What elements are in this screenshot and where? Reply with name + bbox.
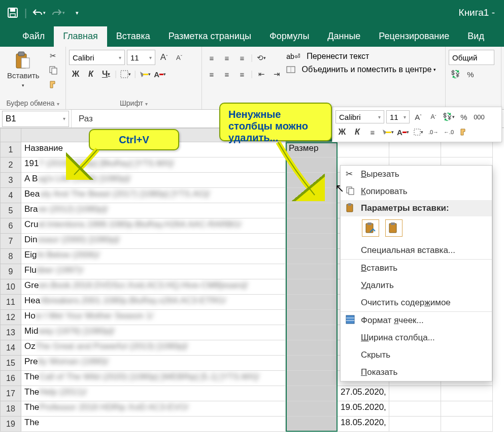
cell[interactable]: The (21, 417, 286, 432)
ctx-copy[interactable]: Копировать (341, 183, 492, 200)
cell[interactable] (286, 371, 338, 386)
row-header-17[interactable]: 17 (0, 386, 21, 401)
increase-indent-icon[interactable]: ⇥ (270, 68, 283, 80)
ctx-format-cells[interactable]: Формат ячеек... (341, 312, 492, 329)
tab-formulas[interactable]: Формулы (260, 26, 318, 47)
row-header-7[interactable]: 7 (0, 234, 21, 249)
ctx-clear[interactable]: Очистить содержимое (341, 294, 492, 311)
cell[interactable]: Beauty And The Beast (2017) [1080p] [YTS… (21, 188, 286, 203)
fill-color-icon[interactable]: ▾ (138, 68, 151, 80)
mini-decrease-font-icon[interactable]: Aˇ (427, 111, 440, 123)
cell[interactable]: Brave (2012) [1080p]/ (21, 203, 286, 218)
row-header-2[interactable]: 2 (0, 157, 21, 173)
underline-button[interactable]: Ч▾ (99, 68, 113, 80)
tab-file[interactable]: Файл (13, 26, 54, 47)
select-all-corner[interactable] (0, 128, 21, 142)
ctx-insert[interactable]: Вставить (341, 260, 492, 277)
cell[interactable] (286, 203, 338, 218)
cell[interactable] (286, 386, 338, 401)
percent-icon[interactable]: % (464, 68, 477, 80)
cell[interactable] (286, 295, 338, 310)
cell[interactable] (286, 188, 338, 203)
row-header-3[interactable]: 3 (0, 173, 21, 188)
cell[interactable]: Midway (1976) [1080p]/ (21, 325, 286, 340)
tab-review[interactable]: Рецензирование (369, 26, 458, 47)
row-header-14[interactable]: 14 (0, 340, 21, 356)
align-center-icon[interactable]: ≡ (220, 68, 233, 80)
mini-format-painter-icon[interactable] (457, 126, 471, 138)
cell[interactable]: Oz The Great and Powerful (2013) [1080p]… (21, 340, 286, 356)
format-painter-icon[interactable] (47, 78, 60, 90)
mini-bold[interactable]: Ж (335, 126, 349, 138)
cell[interactable] (286, 325, 338, 340)
tab-view[interactable]: Вид (458, 26, 493, 47)
align-left-icon[interactable]: ≡ (205, 68, 218, 80)
cell[interactable]: 18.05.2020, 19:24:12 (338, 417, 389, 432)
tab-page-layout[interactable]: Разметка страницы (159, 26, 260, 47)
ctx-show[interactable]: Показать (341, 364, 492, 381)
tab-insert[interactable]: Вставка (107, 26, 159, 47)
cell[interactable] (286, 249, 338, 264)
cell[interactable] (441, 386, 493, 401)
cell[interactable]: Flubber (1997)/ (21, 264, 286, 279)
cell[interactable]: Dinosaur (2000) [1080p]/ (21, 234, 286, 249)
borders-icon[interactable]: ▾ (119, 68, 132, 80)
decrease-font-icon[interactable]: Aˇ (173, 51, 186, 63)
cell[interactable]: Cruel.Intentions.1999.1080p.BluRay.H264.… (21, 218, 286, 234)
cell[interactable] (389, 142, 441, 157)
mini-inc-decimal-icon[interactable]: .0→ (427, 126, 440, 138)
paste-option-default[interactable] (362, 219, 379, 237)
decrease-indent-icon[interactable]: ⇤ (255, 68, 268, 80)
cell[interactable] (338, 142, 389, 157)
cut-icon[interactable]: ✂ (47, 50, 60, 62)
font-size-select[interactable]: 11▾ (127, 50, 155, 65)
mini-font-name[interactable]: Calibri▾ (335, 110, 384, 123)
mini-italic[interactable]: К (351, 126, 364, 138)
undo-icon[interactable]: ▾ (30, 4, 47, 21)
name-box[interactable]: B1▾ (2, 111, 69, 127)
row-header-16[interactable]: 16 (0, 371, 21, 386)
row-header-9[interactable]: 9 (0, 264, 21, 279)
cell[interactable]: The Help (2011)/ (21, 386, 286, 401)
cell[interactable] (286, 356, 338, 371)
font-color-icon[interactable]: A▾ (153, 68, 166, 80)
cell[interactable]: A Bug's Life (1998) [1080p]/ (21, 173, 286, 188)
cell[interactable]: Heartbreakers.2001.1080p.BluRay.x264.AC3… (21, 295, 286, 310)
increase-font-icon[interactable]: Aˆ (157, 51, 171, 63)
orientation-icon[interactable]: ⟲▾ (255, 52, 268, 64)
cell[interactable] (441, 142, 493, 157)
cell[interactable] (286, 340, 338, 356)
cell[interactable] (441, 401, 493, 417)
mini-borders-icon[interactable]: ▾ (412, 126, 425, 138)
row-header-15[interactable]: 15 (0, 356, 21, 371)
row-header-12[interactable]: 12 (0, 310, 21, 325)
bold-button[interactable]: Ж (69, 68, 82, 80)
copy-icon[interactable] (47, 64, 60, 76)
cell[interactable]: Pretty Woman (1990)/ (21, 356, 286, 371)
paste-button[interactable]: Вставить▾ (3, 49, 44, 90)
cell[interactable] (389, 417, 441, 432)
cell[interactable] (286, 279, 338, 295)
tab-home[interactable]: Главная (54, 26, 107, 47)
cell[interactable] (441, 417, 493, 432)
cell[interactable]: Размер (286, 142, 338, 157)
cell[interactable]: The Professor 2018 HDRip XviD AC3-EVO/ (21, 401, 286, 417)
cell[interactable]: 19.05.2020, 22:46:26 (338, 401, 389, 417)
ctx-cut[interactable]: ✂Вырезать (341, 166, 492, 183)
row-header-6[interactable]: 6 (0, 218, 21, 234)
font-name-select[interactable]: Calibri▾ (69, 50, 125, 65)
cell[interactable] (286, 173, 338, 188)
cell[interactable] (286, 264, 338, 279)
cell[interactable]: Eight Below (2006)/ (21, 249, 286, 264)
wrap-text-button[interactable]: ab⏎ Перенести текст (286, 52, 436, 61)
mini-dec-decimal-icon[interactable]: ←.0 (442, 126, 455, 138)
mini-font-color-icon[interactable]: A▾ (396, 126, 410, 138)
mini-font-size[interactable]: 11▾ (386, 110, 410, 123)
cell[interactable] (286, 157, 338, 173)
qat-customize-icon[interactable]: ▾ (69, 4, 86, 21)
cell[interactable] (286, 234, 338, 249)
number-format-select[interactable]: Общий (449, 50, 494, 65)
align-right-icon[interactable]: ≡ (236, 68, 249, 80)
align-top-icon[interactable]: ≡ (205, 52, 218, 64)
row-header-1[interactable]: 1 (0, 142, 21, 157)
